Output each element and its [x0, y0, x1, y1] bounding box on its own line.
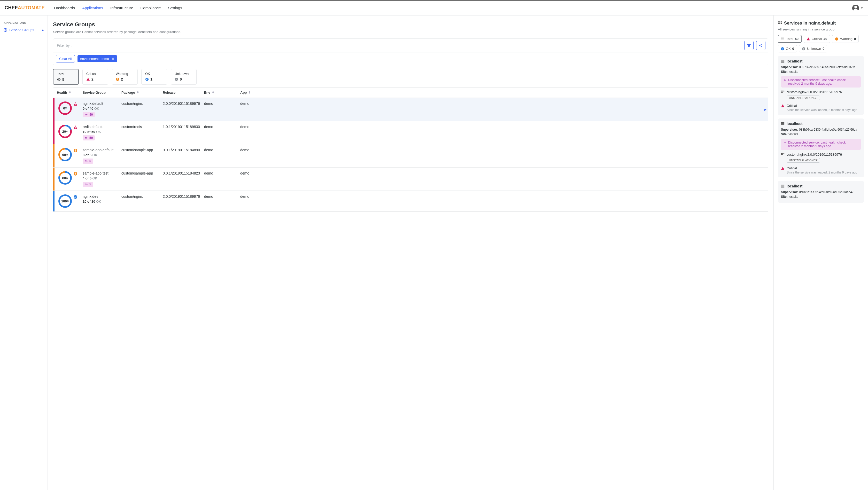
app-cell: demo	[240, 125, 274, 129]
release-cell: 2.0.0/20190115189976	[163, 194, 204, 199]
chevron-right-icon: ▶	[765, 108, 767, 111]
service-groups-icon	[4, 28, 7, 32]
nav-compliance[interactable]: Compliance	[140, 6, 161, 10]
svg-rect-56	[781, 153, 782, 154]
health-cell: 0%	[57, 101, 83, 115]
column-release[interactable]: Release	[163, 91, 204, 95]
stat-label: Unknown	[175, 72, 193, 76]
service-card[interactable]: localhost Supervisor: 083b07ca-5830-4a8d…	[778, 119, 864, 177]
package-cell: custom/sample-app	[121, 148, 163, 152]
column-health[interactable]: Health▲▼	[57, 91, 83, 95]
stat-card-total[interactable]: Total 5	[53, 69, 79, 85]
service-group-cell: nginx.default 0 of 40 OK 40	[83, 101, 121, 117]
svg-rect-32	[781, 23, 782, 24]
nav-applications[interactable]: Applications	[82, 6, 103, 10]
svg-point-40	[835, 37, 838, 40]
disconnected-banner: Disconnected service: Last health check …	[781, 139, 861, 150]
svg-rect-33	[781, 37, 782, 38]
release-cell: 1.0.1/20190115189830	[163, 125, 204, 129]
service-group-cell: sample-app.default 3 of 5 OK 5	[83, 148, 121, 164]
stat-value: 2	[121, 77, 123, 81]
sort-icon: ▲▼	[69, 91, 71, 94]
panel-chip-total[interactable]: Total 40	[778, 35, 802, 43]
panel-chip-unknown[interactable]: ?Unknown 0	[799, 45, 827, 53]
stat-card-critical[interactable]: Critical 2	[83, 69, 108, 85]
app-cell: demo	[240, 194, 274, 199]
health-donut: 0%	[58, 101, 72, 115]
svg-rect-24	[75, 173, 76, 174]
filter-container: Clear All environment: demo ✕	[53, 38, 768, 65]
svg-rect-55	[781, 124, 784, 125]
chevron-right-icon: ▶	[42, 29, 44, 32]
critical-icon	[807, 37, 810, 41]
svg-rect-53	[781, 122, 784, 123]
table-row[interactable]: 20% redis.default 10 of 50 OK 50 custom/…	[53, 121, 768, 144]
table-row[interactable]: 60% sample-app.default 3 of 5 OK 5 custo…	[53, 144, 768, 168]
column-package[interactable]: Package▲▼	[121, 91, 163, 95]
svg-text:?: ?	[176, 78, 177, 81]
panel-chip-warning[interactable]: Warning 0	[832, 35, 859, 43]
service-group-name: sample-app.test	[83, 171, 121, 175]
health-donut: 60%	[58, 148, 72, 161]
grid-icon	[778, 21, 782, 25]
nav-infrastructure[interactable]: Infrastructure	[110, 6, 133, 10]
panel-subtitle: All services running in a service group.	[778, 27, 864, 31]
supervisor-line: Supervisor: 083b07ca-5830-4a8d-be0a-9034…	[781, 128, 861, 131]
sort-icon: ▲▼	[137, 91, 139, 94]
clear-all-button[interactable]: Clear All	[56, 55, 75, 63]
unlink-icon	[85, 113, 88, 116]
service-group-name: nginx.default	[83, 101, 121, 106]
stat-value: 2	[91, 77, 94, 81]
sidebar-section-title: APPLICATIONS	[4, 21, 44, 24]
ok-icon	[781, 47, 784, 51]
page-subtitle: Service groups are Habitat services orde…	[53, 30, 768, 34]
close-icon[interactable]: ✕	[112, 57, 115, 61]
warning-icon	[835, 37, 839, 41]
panel-stat-chips: Total 40 Critical 40 Warning 0 OK 0 ?Unk…	[778, 35, 864, 53]
column-service-group[interactable]: Service Group	[83, 91, 121, 95]
service-card[interactable]: localhost Supervisor: 0c0a6b1f-f9f2-4fe6…	[778, 181, 864, 203]
filter-chip-environment[interactable]: environment: demo ✕	[78, 55, 117, 62]
health-donut: 100%	[58, 194, 72, 208]
services-list: localhost Supervisor: 002732ee-6557-405c…	[778, 56, 864, 203]
svg-rect-45	[781, 61, 784, 62]
logo-automate: AUTOMATE	[18, 5, 45, 10]
svg-rect-31	[779, 23, 780, 24]
filter-input[interactable]	[56, 41, 742, 50]
service-card[interactable]: localhost Supervisor: 002732ee-6557-405c…	[778, 56, 864, 115]
column-app[interactable]: App▲▼	[240, 91, 274, 95]
table-row[interactable]: 80% sample-app.test 4 of 5 OK 5 custom/s…	[53, 168, 768, 191]
service-status: Critical	[781, 104, 861, 108]
nav-settings[interactable]: Settings	[168, 6, 182, 10]
svg-rect-64	[781, 187, 784, 188]
unlink-icon	[85, 160, 88, 163]
table-header: Health▲▼ Service Group Package▲▼ Release…	[53, 87, 768, 98]
user-menu[interactable]: ▼	[852, 5, 863, 11]
stat-card-unknown[interactable]: Unknown ?0	[171, 69, 196, 85]
table-row[interactable]: 100% nginx.dev 10 of 10 OK custom/nginx …	[53, 191, 768, 212]
filter-toggle-button[interactable]	[744, 41, 753, 50]
app-cell: demo	[240, 171, 274, 175]
total-icon	[57, 78, 61, 81]
svg-text:?: ?	[803, 47, 804, 50]
env-cell: demo	[204, 125, 240, 129]
service-since: Since the service was loaded, 2 months 9…	[786, 108, 861, 112]
panel-chip-ok[interactable]: OK 0	[778, 45, 797, 53]
share-button[interactable]	[756, 41, 766, 50]
disconnected-banner: Disconnected service: Last health check …	[781, 76, 861, 88]
sort-icon: ▲▼	[212, 91, 214, 94]
row-accent	[53, 168, 55, 191]
site-line: Site: testsite	[781, 70, 861, 73]
stat-card-ok[interactable]: OK 1	[141, 69, 167, 85]
main-content: Service Groups Service groups are Habita…	[48, 15, 774, 490]
svg-rect-19	[75, 128, 76, 129]
svg-rect-25	[75, 174, 76, 175]
table-row[interactable]: 0% nginx.default 0 of 40 OK 40 custom/ng…	[53, 98, 768, 121]
column-env[interactable]: Env▲▼	[204, 91, 240, 95]
sidebar-item-service-groups[interactable]: Service Groups ▶	[4, 28, 44, 32]
panel-chip-critical[interactable]: Critical 40	[804, 35, 830, 43]
nav-dashboards[interactable]: Dashboards	[54, 6, 75, 10]
unlink-icon	[783, 78, 786, 82]
share-icon	[759, 43, 763, 47]
stat-card-warning[interactable]: Warning 2	[112, 69, 138, 85]
